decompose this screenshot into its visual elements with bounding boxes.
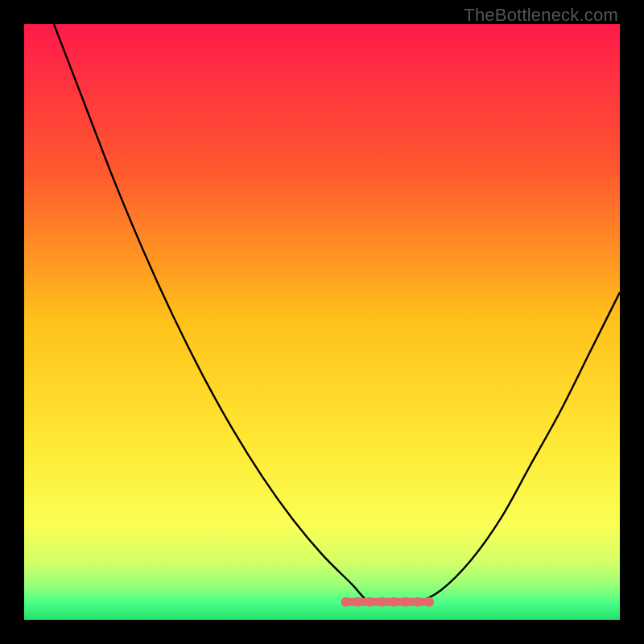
flat-bottom-dot: [341, 597, 351, 607]
watermark-text: TheBottleneck.com: [464, 5, 618, 26]
flat-bottom-dot: [377, 597, 386, 607]
bottleneck-chart: [24, 24, 620, 620]
flat-bottom-dot: [365, 597, 374, 607]
flat-bottom-dot: [401, 597, 411, 607]
chart-canvas: [24, 24, 620, 620]
flat-bottom-dot: [424, 597, 434, 607]
flat-bottom-dot: [412, 597, 422, 607]
flat-bottom-markers: [341, 597, 435, 607]
flat-bottom-dot: [353, 597, 362, 607]
flat-bottom-dot: [389, 597, 398, 607]
plot-background: [24, 24, 620, 620]
